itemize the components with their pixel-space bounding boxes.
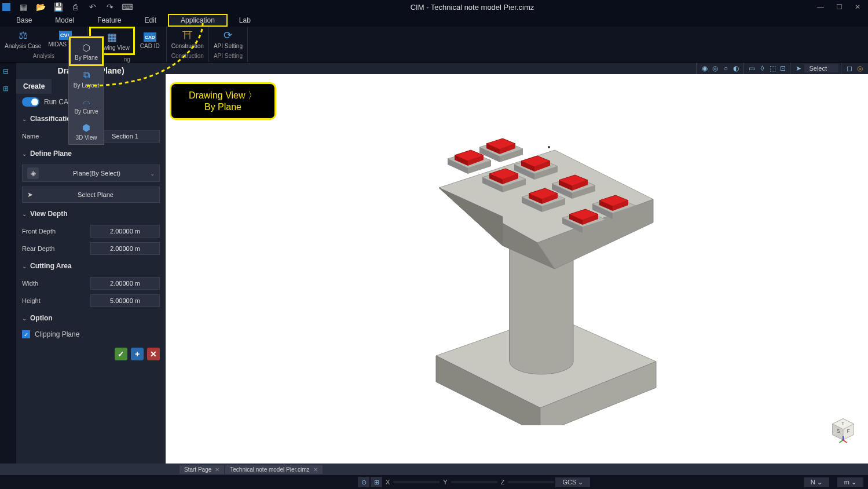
rear-depth-input[interactable] [90, 242, 160, 255]
grid-icon[interactable]: ⊞ [3, 85, 13, 95]
keyboard-icon[interactable]: ⌨ [123, 2, 132, 12]
y-coord [451, 481, 497, 483]
cad-id-button[interactable]: CAD CAD ID [135, 27, 165, 55]
square-icon[interactable]: ◻ [845, 64, 854, 73]
add-button[interactable]: + [131, 348, 144, 360]
by-plane-option[interactable]: ⬡ By Plane [69, 37, 104, 66]
select-plane-button[interactable]: ➤ Select Plane [22, 187, 160, 203]
ribbon: ⚖ Analysis Case CVL MIDAS CIVIL Analysis… [0, 27, 868, 63]
snap-icon[interactable]: ⊙ [358, 477, 369, 487]
tab-model[interactable]: Technical note model Pier.cimz ✕ [225, 465, 322, 474]
close-icon[interactable]: ✕ [313, 466, 318, 473]
chevron-down-icon: ⌄ [22, 211, 27, 217]
titlebar: ▦ 📂 💾 ⎙ ↶ ↷ ⌨ CIM - Technical note model… [0, 0, 868, 14]
sphere4-icon[interactable]: ◐ [731, 64, 741, 73]
left-toolbar: ⊟ ⊞ [0, 63, 16, 464]
chevron-down-icon: ⌄ [22, 151, 27, 157]
api-icon: ⟳ [220, 29, 236, 42]
window-title: CIM - Technical note model Pier.cimz [132, 3, 812, 12]
api-setting-button[interactable]: ⟳ API Setting [210, 27, 246, 52]
menu-edit[interactable]: Edit [133, 15, 168, 25]
m-dropdown[interactable]: m ⌄ [837, 477, 863, 487]
select-icon[interactable]: ▭ [747, 64, 756, 73]
sphere3-icon[interactable]: ○ [721, 64, 730, 73]
app-icon[interactable] [2, 3, 10, 11]
tree-icon[interactable]: ⊟ [3, 67, 13, 78]
select-mode-dropdown[interactable]: Select [804, 64, 838, 72]
open-icon[interactable]: 📂 [36, 2, 45, 12]
z-coord [508, 481, 554, 483]
menubar: Base Model Feature Edit Application Lab [0, 14, 868, 27]
save-icon[interactable]: 💾 [53, 2, 63, 12]
cube-icon: ◈ [27, 167, 39, 179]
drawing-view-dropdown: ⬡ By Plane ⧉ By Layout ⌓ By Curve ⬢ 3D V… [68, 36, 104, 145]
menu-model[interactable]: Model [43, 15, 86, 25]
minimize-button[interactable]: — [812, 1, 829, 13]
document-tabs: Start Page ✕ Technical note model Pier.c… [0, 464, 868, 475]
svg-text:F: F [847, 429, 849, 434]
cutting-area-header[interactable]: ⌄ Cutting Area [16, 257, 166, 275]
by-curve-option[interactable]: ⌓ By Curve [69, 92, 104, 118]
saveas-icon[interactable]: ⎙ [71, 2, 80, 12]
view-cube[interactable]: S F T [830, 416, 856, 443]
tab-start-page[interactable]: Start Page ✕ [180, 465, 224, 474]
cube-icon: ⬡ [79, 42, 93, 53]
define-plane-header[interactable]: ⌄ Define Plane [16, 145, 166, 162]
drawing-view-icon: ▦ [104, 31, 120, 43]
target-icon[interactable]: ◎ [855, 64, 865, 73]
close-icon[interactable]: ✕ [215, 466, 219, 473]
select3-icon[interactable]: ⬚ [768, 64, 777, 73]
maximize-button[interactable]: ☐ [831, 1, 847, 13]
grid-snap-icon[interactable]: ⊞ [371, 477, 382, 487]
undo-icon[interactable]: ↶ [88, 2, 97, 12]
clipping-plane-checkbox[interactable]: ✓ [22, 330, 30, 338]
x-coord [393, 481, 440, 483]
menu-application[interactable]: Application [168, 14, 228, 27]
new-icon[interactable]: ▦ [19, 2, 28, 12]
run-cad-toggle[interactable] [22, 97, 39, 107]
cad-id-icon: CAD [144, 32, 156, 42]
chevron-down-icon: ⌄ [150, 170, 155, 177]
menu-lab[interactable]: Lab [228, 15, 262, 25]
ok-button[interactable]: ✓ [115, 348, 127, 360]
x-label: X [383, 479, 392, 486]
select4-icon[interactable]: ⊡ [778, 64, 788, 73]
option-header[interactable]: ⌄ Option [16, 309, 166, 327]
height-label: Height [22, 297, 86, 304]
rear-depth-label: Rear Depth [22, 245, 86, 252]
menu-feature[interactable]: Feature [86, 15, 133, 25]
sphere2-icon[interactable]: ◎ [710, 64, 720, 73]
width-input[interactable] [90, 277, 160, 290]
viewport-toolbar: ◉ ◎ ○ ◐ ▭ ◊ ⬚ ⊡ ➤ Select ◻ ◎ [166, 63, 868, 74]
z-label: Z [499, 479, 507, 486]
cancel-button[interactable]: ✕ [147, 348, 160, 360]
curve-icon: ⌓ [79, 96, 93, 107]
construction-button[interactable]: ⛩ Construction [168, 27, 207, 52]
3d-icon: ⬢ [79, 122, 93, 133]
pier-model [372, 101, 662, 425]
svg-text:S: S [837, 429, 840, 434]
create-tab[interactable]: Create [16, 79, 52, 94]
menu-base[interactable]: Base [5, 15, 43, 25]
height-input[interactable] [90, 294, 160, 307]
gcs-dropdown[interactable]: GCS ⌄ [555, 477, 590, 487]
svg-point-57 [548, 146, 550, 148]
close-button[interactable]: ✕ [849, 1, 866, 13]
callout-tooltip: Drawing View 〉 By Plane [170, 82, 276, 120]
front-depth-input[interactable] [90, 225, 160, 238]
by-layout-option[interactable]: ⧉ By Layout [69, 66, 104, 92]
cursor-icon[interactable]: ➤ [794, 64, 803, 73]
construction-icon: ⛩ [180, 29, 196, 42]
analysis-case-button[interactable]: ⚖ Analysis Case [1, 27, 45, 52]
3d-viewport[interactable]: ◉ ◎ ○ ◐ ▭ ◊ ⬚ ⊡ ➤ Select ◻ ◎ [166, 63, 868, 464]
redo-icon[interactable]: ↷ [105, 2, 115, 12]
select2-icon[interactable]: ◊ [757, 64, 767, 73]
front-depth-label: Front Depth [22, 228, 86, 235]
view-depth-header[interactable]: ⌄ View Depth [16, 205, 166, 222]
chevron-down-icon: ⌄ [22, 116, 27, 122]
sphere-icon[interactable]: ◉ [700, 64, 709, 73]
n-dropdown[interactable]: N ⌄ [804, 477, 829, 487]
plane-method-dropdown[interactable]: ◈ Plane(By Select) ⌄ [22, 165, 160, 182]
3d-view-option[interactable]: ⬢ 3D View [69, 118, 104, 144]
svg-line-65 [843, 440, 847, 443]
